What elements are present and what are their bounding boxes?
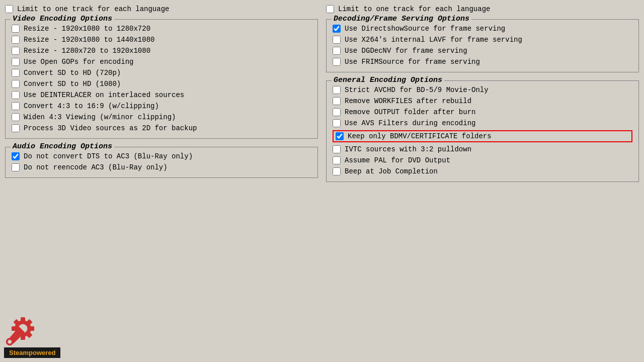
video-encoding-group: Video Encoding Options Resize - 1920x108… [5,19,318,139]
label-remove_workfiles: Remove WORKFILES after rebuild [345,97,471,105]
top-left-checkbox[interactable] [5,5,13,13]
video-encoding-title: Video Encoding Options [11,15,114,23]
label-avs_filters: Use AVS Filters during encoding [345,119,475,127]
label-beep: Beep at Job Completion [345,167,438,175]
top-left-check[interactable]: Limit to one track for each language [5,5,318,13]
check-item[interactable]: Process 3D Video sources as 2D for backu… [12,124,311,132]
decoding-frame-items: Use DirectshowSource for frame servingUs… [333,25,632,66]
checkbox-widen_4_3[interactable] [12,113,20,121]
label-ivtc: IVTC sources with 3:2 pulldown [345,145,471,153]
check-item[interactable]: Use Open GOPs for encoding [12,58,311,66]
check-item[interactable]: Do not convert DTS to AC3 (Blu-Ray only) [12,152,311,160]
checkbox-resize_3[interactable] [12,47,20,55]
check-item[interactable]: Convert 4:3 to 16:9 (w/clipping) [12,102,311,110]
check-item[interactable]: Use X264's internal LAVF for frame servi… [333,36,632,44]
watermark: Steampowered [4,347,60,358]
label-convert_4_3: Convert 4:3 to 16:9 (w/clipping) [24,102,159,110]
checkbox-strict_avchd[interactable] [333,86,341,94]
checkbox-open_gop[interactable] [12,58,20,66]
check-item[interactable]: Remove WORKFILES after rebuild [333,97,632,105]
check-item[interactable]: Remove OUTPUT folder after burn [333,108,632,116]
checkbox-no_reencode[interactable] [12,163,20,171]
label-no_dts: Do not convert DTS to AC3 (Blu-Ray only) [24,152,193,160]
checkbox-no_dts[interactable] [12,152,20,160]
label-open_gop: Use Open GOPs for encoding [24,58,133,66]
check-item[interactable]: Use DirectshowSource for frame serving [333,25,632,33]
svg-rect-5 [28,326,34,331]
checkbox-remove_output[interactable] [333,108,341,116]
audio-encoding-title: Audio Encoding Options [11,142,114,151]
check-item[interactable]: Widen 4:3 Viewing (w/minor clipping) [12,113,311,121]
svg-point-11 [8,340,12,344]
checkbox-sd_hd_720[interactable] [12,69,20,77]
label-widen_4_3: Widen 4:3 Viewing (w/minor clipping) [24,113,176,121]
audio-encoding-group: Audio Encoding Options Do not convert DT… [5,147,318,178]
check-item[interactable]: IVTC sources with 3:2 pulldown [333,145,632,153]
svg-rect-2 [21,317,25,323]
label-deinterlacer: Use DEINTERLACER on interlaced sources [24,91,184,99]
check-item[interactable]: Use DEINTERLACER on interlaced sources [12,91,311,99]
checkbox-avs_filters[interactable] [333,119,341,127]
check-item[interactable]: Resize - 644x362 to 1920x1080 [12,47,311,55]
top-right-check[interactable]: Limit to one track for each language [326,5,639,13]
checkbox-x264_lavf[interactable] [333,36,341,44]
label-strict_avchd: Strict AVCHD for BD-5/9 Movie-Only [345,86,489,94]
checkbox-beep[interactable] [333,167,341,175]
check-item[interactable]: Use FRIMSource for frame serving [333,58,632,66]
label-directshow: Use DirectshowSource for frame serving [345,25,505,33]
label-remove_output: Remove OUTPUT folder after burn [345,108,475,116]
checkbox-keep_bdmv[interactable] [336,132,344,140]
label-dgdecnv: Use DGDecNV for frame serving [345,47,467,55]
check-item[interactable]: Assume PAL for DVD Output [333,156,632,164]
label-assume_pal: Assume PAL for DVD Output [345,156,450,164]
decoding-frame-group: Decoding/Frame Serving Options Use Direc… [326,19,639,72]
check-item[interactable]: Beep at Job Completion [333,167,632,175]
check-item[interactable]: Use AVS Filters during encoding [333,119,632,127]
check-item[interactable]: Strict AVCHD for BD-5/9 Movie-Only [333,86,632,94]
gear-icon [4,310,42,347]
checkbox-process_3d[interactable] [12,124,20,132]
checkbox-frimsource[interactable] [333,58,341,66]
check-item[interactable]: Resize - 1920x1080 to 644x362 [12,25,311,33]
general-encoding-title: General Encoding Options [332,76,444,84]
label-resize_1: Resize - 1920x1080 to 644x362 [24,25,150,33]
general-encoding-group: General Encoding Options Strict AVCHD fo… [326,80,639,182]
audio-encoding-items: Do not convert DTS to AC3 (Blu-Ray only)… [12,152,311,171]
checkbox-sd_hd_1080[interactable] [12,80,20,88]
checkbox-remove_workfiles[interactable] [333,97,341,105]
checkbox-ivtc[interactable] [333,145,341,153]
top-right-label: Limit to one track for each language [338,5,490,13]
label-sd_hd_1080: Convert SD to HD (1080) [24,80,121,88]
label-process_3d: Process 3D Video sources as 2D for backu… [24,124,197,132]
label-frimsource: Use FRIMSource for frame serving [345,58,480,66]
video-encoding-items: Resize - 1920x1080 to 1280x720Resize - 1… [12,25,311,132]
checkbox-dgdecnv[interactable] [333,47,341,55]
check-item[interactable]: Convert SD to HD (1080) [12,80,311,88]
label-no_reencode: Do not reencode AC3 (Blu-Ray only) [24,163,168,171]
check-item[interactable]: Do not reencode AC3 (Blu-Ray only) [12,163,311,171]
label-sd_hd_720: Convert SD to HD (720p) [24,69,121,77]
check-item[interactable]: Resize - 1920x1080 to 1440x1080 [12,36,311,44]
checkbox-assume_pal[interactable] [333,156,341,164]
checkbox-resize_2[interactable] [12,36,20,44]
highlighted-check-item[interactable]: Keep only BDMV/CERTIFICATE folders [333,130,632,142]
checkbox-resize_1[interactable] [12,25,20,33]
top-right-checkbox[interactable] [326,5,334,13]
top-left-label: Limit to one track for each language [17,5,169,13]
general-encoding-items: Strict AVCHD for BD-5/9 Movie-OnlyRemove… [333,86,632,175]
label-resize_2: Resize - 1920x1080 to 1440x1080 [24,36,154,44]
checkbox-deinterlacer[interactable] [12,91,20,99]
label-x264_lavf: Use X264's internal LAVF for frame servi… [345,36,522,44]
check-item[interactable]: Convert SD to HD (720p) [12,69,311,77]
checkbox-convert_4_3[interactable] [12,102,20,110]
check-item[interactable]: Use DGDecNV for frame serving [333,47,632,55]
label-resize_3: Resize - 644x362 to 1920x1080 [24,47,150,55]
label-keep_bdmv: Keep only BDMV/CERTIFICATE folders [348,132,492,140]
decoding-frame-title: Decoding/Frame Serving Options [332,15,471,23]
checkbox-directshow[interactable] [333,25,341,33]
